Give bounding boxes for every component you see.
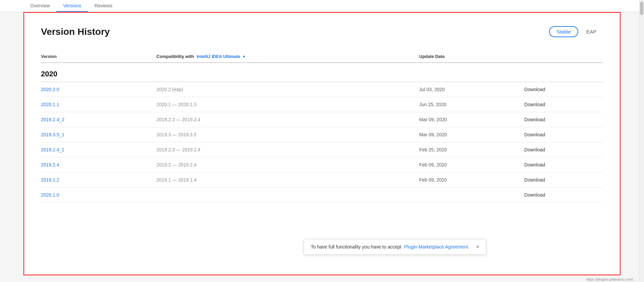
tab-overview[interactable]: Overview	[23, 0, 56, 12]
download-button[interactable]: Download	[524, 132, 545, 137]
table-row: 2019.3.5_1 2019.3 — 2019.3.5 Mar 09, 202…	[41, 127, 603, 142]
nav-tabs: Overview Versions Reviews	[0, 0, 644, 12]
compat-value: 2020.1 — 2020.1.3	[157, 102, 197, 107]
close-button[interactable]: ×	[476, 244, 479, 250]
date-value: Feb 09, 2020	[419, 162, 447, 167]
page-title: Version History	[41, 26, 110, 37]
download-button[interactable]: Download	[524, 87, 545, 92]
year-label: 2020	[41, 70, 57, 78]
page-scrollbar[interactable]	[639, 0, 644, 282]
compat-value: 2019.2 — 2019.2.4	[157, 162, 197, 167]
download-button[interactable]: Download	[524, 162, 545, 167]
page-wrapper: Overview Versions Reviews Version Histor…	[0, 0, 644, 282]
download-button[interactable]: Download	[524, 102, 545, 107]
ide-dropdown-icon[interactable]: ▼	[242, 55, 246, 59]
version-link[interactable]: 2020.2.0	[41, 87, 59, 92]
scrollbar-thumb	[640, 2, 643, 15]
tab-versions[interactable]: Versions	[56, 0, 88, 12]
stable-button[interactable]: Stable	[549, 26, 578, 37]
compat-value: 2019.2.3 — 2019.2.4	[157, 147, 201, 152]
download-button[interactable]: Download	[524, 117, 545, 122]
version-link[interactable]: 2019.2.4	[41, 162, 59, 167]
table-row: 2020.1.1 2020.1 — 2020.1.3 Jun 25, 2020 …	[41, 97, 603, 112]
versions-table: Version Compatibility with IntelliJ IDEA…	[41, 51, 603, 203]
download-button[interactable]: Download	[524, 192, 545, 198]
version-link[interactable]: 2019.2.4_2	[41, 117, 64, 122]
version-link[interactable]: 2020.1.1	[41, 102, 59, 107]
table-row: 2020.1.0 Download	[41, 188, 603, 203]
date-value: Mar 09, 2020	[419, 117, 447, 122]
eap-button[interactable]: EAP	[580, 27, 603, 37]
date-value: Jun 25, 2020	[419, 102, 446, 107]
compat-value: 2019.1 — 2019.1.4	[157, 177, 197, 183]
col-version-header: Version	[41, 51, 157, 63]
compat-value: 2019.3 — 2019.3.5	[157, 132, 197, 137]
date-value: Feb 25, 2020	[419, 147, 447, 152]
tab-reviews[interactable]: Reviews	[88, 0, 119, 12]
col-compat-header: Compatibility with IntelliJ IDEA Ultimat…	[157, 51, 419, 63]
col-date-header: Update Date	[419, 51, 524, 63]
version-link[interactable]: 2019.2.4_1	[41, 147, 64, 152]
download-button[interactable]: Download	[524, 177, 545, 183]
notification-bar: To have full functionality you have to a…	[304, 239, 486, 255]
channel-toggle: Stable EAP	[549, 26, 603, 37]
col-action-header	[524, 51, 603, 63]
version-link[interactable]: 2020.1.0	[41, 192, 59, 198]
notification-text: To have full functionality you have to a…	[311, 244, 401, 250]
download-button[interactable]: Download	[524, 147, 545, 152]
date-value: Jul 03, 2020	[419, 87, 445, 92]
version-history-header: Version History Stable EAP	[41, 26, 603, 37]
version-link[interactable]: 2019.3.5_1	[41, 132, 64, 137]
table-row: 2019.2.4_2 2019.2.3 — 2019.2.4 Mar 09, 2…	[41, 112, 603, 127]
year-group-row: 2020	[41, 63, 603, 82]
table-row: 2019.2.4_1 2019.2.3 — 2019.2.4 Feb 25, 2…	[41, 142, 603, 157]
compat-value: 2019.2.3 — 2019.2.4	[157, 117, 201, 122]
table-row: 2020.2.0 2020.2 (eap) Jul 03, 2020 Downl…	[41, 82, 603, 97]
table-row: 2019.1.2 2019.1 — 2019.1.4 Feb 09, 2020 …	[41, 172, 603, 188]
date-value: Feb 09, 2020	[419, 177, 447, 183]
version-link[interactable]: 2019.1.2	[41, 177, 59, 183]
table-row: 2019.2.4 2019.2 — 2019.2.4 Feb 09, 2020 …	[41, 157, 603, 172]
notification-link[interactable]: Plugin Marketplace Agreement.	[404, 244, 470, 250]
bottom-url: https://plugins.jetbrains.com/...	[585, 277, 637, 282]
ide-filter[interactable]: IntelliJ IDEA Ultimate	[197, 54, 240, 59]
date-value: Mar 09, 2020	[419, 132, 447, 137]
main-content: Version History Stable EAP Version Compa…	[23, 12, 621, 275]
compat-value: 2020.2 (eap)	[157, 87, 183, 92]
